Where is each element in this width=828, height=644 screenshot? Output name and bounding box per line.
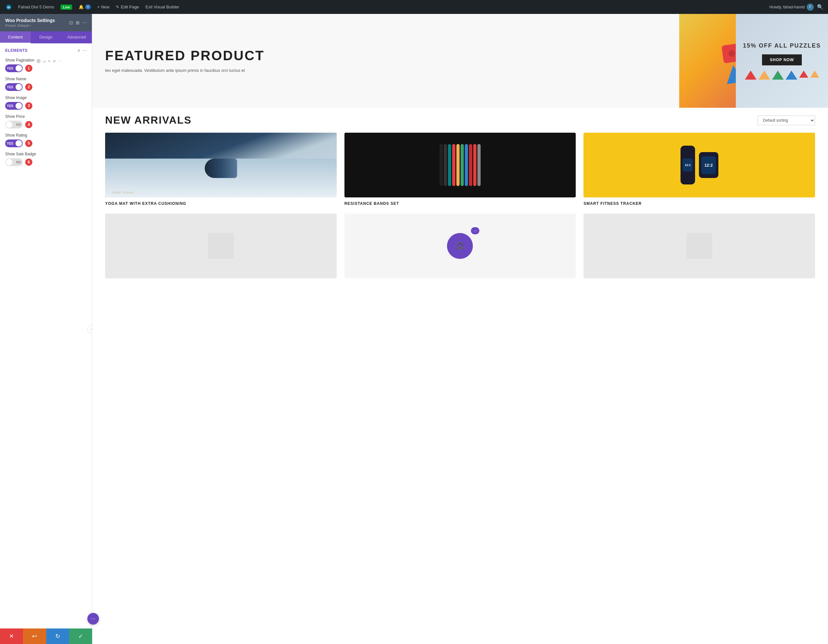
avatar[interactable]: F xyxy=(807,3,814,11)
plus-icon: + xyxy=(97,5,100,9)
field-label-name: Show Name xyxy=(5,77,26,81)
toggle-row-name: YES NO 2 xyxy=(5,83,87,91)
headphone-icon: 🎧 xyxy=(456,242,464,250)
toggle-row-rating: YES NO 5 xyxy=(5,140,87,147)
band-red-1 xyxy=(452,144,455,186)
toggle-row-image: YES NO 3 xyxy=(5,102,87,110)
toggle-thumb-name xyxy=(16,84,22,90)
field-label-row-price: Show Price xyxy=(5,114,87,121)
toggle-thumb-image xyxy=(16,102,22,109)
toggle-yes-label-image: YES xyxy=(7,104,13,108)
toggle-no-label-price: NO xyxy=(16,123,21,127)
exit-builder-label: Exit Visual Builder xyxy=(146,5,179,9)
sorting-select[interactable]: Default sorting Sort by popularity Sort … xyxy=(757,116,815,125)
panel-body: Elements ∧ ⋯ Show Pagination ? ▭ ↖ ↺ ⋯ xyxy=(0,43,92,644)
panel-header: Woo Products Settings Preset: Default • … xyxy=(0,14,92,31)
edit-page-label: Edit Page xyxy=(121,5,139,9)
new-arrivals-title: NEW ARRIVALS xyxy=(105,114,192,126)
howdy-label: Howdy, fahad-hamid xyxy=(770,5,805,9)
tracker-band-1: 12:2 xyxy=(681,146,695,184)
tab-advanced[interactable]: Advanced xyxy=(61,31,92,43)
product-card-bands[interactable]: RESISTANCE BANDS SET xyxy=(345,133,576,206)
toggle-thumb-rating xyxy=(16,140,22,147)
tracker-screen-1: 12:2 xyxy=(682,159,693,171)
more-options-icon[interactable]: ⋯ xyxy=(82,20,87,25)
toggle-pagination[interactable]: YES NO xyxy=(5,64,23,72)
panel-preset-label: Preset: Default • xyxy=(5,24,55,28)
product-card-headphone[interactable]: 🎧 ··· xyxy=(345,214,576,282)
cursor-icon-pagination[interactable]: ↖ xyxy=(48,59,51,63)
product-card-yoga[interactable]: JADE YOGA YOGA MAT WITH EXTRA CUSHIONING xyxy=(105,133,337,206)
toggle-name[interactable]: YES NO xyxy=(5,83,23,91)
product-name-yoga: YOGA MAT WITH EXTRA CUSHIONING xyxy=(105,201,337,206)
shop-banner: 15% OFF ALL PUZZLES SHOP NOW xyxy=(736,14,828,108)
site-name-item[interactable]: Fahad Divi 5 Demo xyxy=(16,3,56,11)
edit-page-item[interactable]: ✎ Edit Page xyxy=(113,3,141,11)
redo-button[interactable]: ↻ xyxy=(46,628,69,644)
notifications-item[interactable]: 🔔 0 xyxy=(76,3,94,11)
admin-bar-right: Howdy, fahad-hamid F 🔍 xyxy=(770,3,825,11)
field-show-pagination: Show Pagination ? ▭ ↖ ↺ ⋯ YES NO 1 xyxy=(5,58,87,72)
product-card-placeholder-2[interactable] xyxy=(583,214,815,282)
desktop-icon-pagination[interactable]: ▭ xyxy=(43,59,46,63)
search-icon[interactable]: 🔍 xyxy=(816,3,825,11)
product-image-headphone: 🎧 ··· xyxy=(345,214,576,278)
cancel-button[interactable]: ✕ xyxy=(0,628,23,644)
field-show-sale-badge: Show Sale Badge YES NO 6 xyxy=(5,152,87,166)
new-arrivals-header: NEW ARRIVALS Default sorting Sort by pop… xyxy=(92,108,828,129)
chat-bubble[interactable]: ··· xyxy=(87,613,99,625)
yoga-brand-text: JADE YOGA xyxy=(111,191,134,194)
expand-icon[interactable]: ⊞ xyxy=(76,20,80,25)
site-name-label: Fahad Divi 5 Demo xyxy=(18,5,54,9)
badge-5: 5 xyxy=(25,140,32,147)
toggle-no-label-sale-badge: NO xyxy=(16,160,21,164)
toggle-image[interactable]: YES NO xyxy=(5,102,23,110)
products-grid: JADE YOGA YOGA MAT WITH EXTRA CUSHIONING xyxy=(92,129,828,292)
tab-design[interactable]: Design xyxy=(31,31,61,43)
live-badge-item[interactable]: Live xyxy=(58,3,75,11)
help-icon-pagination[interactable]: ? xyxy=(36,59,41,63)
tracker-display: 12:2 xyxy=(701,156,716,174)
minimize-icon[interactable]: ⊡ xyxy=(69,20,73,25)
reset-icon-pagination[interactable]: ↺ xyxy=(53,59,56,63)
toggle-rating[interactable]: YES NO xyxy=(5,140,23,147)
section-more-icon[interactable]: ⋯ xyxy=(83,48,87,53)
band-blue xyxy=(465,144,468,186)
main-content: FEATURED PRODUCT leo eget malesuada. Ves… xyxy=(92,14,828,644)
triangle-blue xyxy=(786,71,797,80)
triangle-red-sm xyxy=(799,71,808,78)
bottom-action-bar: ✕ ↩ ↻ ✓ xyxy=(0,628,92,644)
product-card-placeholder-1[interactable] xyxy=(105,214,337,282)
headphone-circle: 🎧 xyxy=(447,233,473,259)
band-green xyxy=(461,144,464,186)
product-chat-indicator[interactable]: ··· xyxy=(471,227,479,234)
field-label-sale-badge: Show Sale Badge xyxy=(5,152,36,156)
product-name-bands: RESISTANCE BANDS SET xyxy=(345,201,576,206)
toggle-sale-badge[interactable]: YES NO xyxy=(5,158,23,166)
band-gray xyxy=(477,144,481,186)
save-button[interactable]: ✓ xyxy=(69,628,92,644)
band-orange xyxy=(456,144,459,186)
toggle-thumb-sale-badge xyxy=(6,159,12,165)
field-show-price: Show Price YES NO 4 xyxy=(5,114,87,129)
product-card-tracker[interactable]: 12:2 12:2 SMART FITNESS TRACKER xyxy=(583,133,815,206)
badge-3: 3 xyxy=(25,102,32,109)
band-red-2 xyxy=(473,144,477,186)
toggle-price[interactable]: YES NO xyxy=(5,121,23,129)
field-label-rating: Show Rating xyxy=(5,133,27,138)
bell-icon: 🔔 xyxy=(78,5,84,9)
new-post-item[interactable]: + New xyxy=(95,3,112,11)
collapse-icon[interactable]: ∧ xyxy=(77,48,80,53)
exit-builder-item[interactable]: Exit Visual Builder xyxy=(143,3,182,11)
band-dark-1 xyxy=(444,144,447,186)
undo-button[interactable]: ↩ xyxy=(23,628,46,644)
toggle-row-sale-badge: YES NO 6 xyxy=(5,158,87,166)
shop-now-button[interactable]: SHOP NOW xyxy=(762,54,801,65)
band-black-1 xyxy=(439,144,443,186)
more-icon-pagination[interactable]: ⋯ xyxy=(58,59,61,63)
svg-text:W: W xyxy=(7,5,10,9)
tab-content[interactable]: Content xyxy=(0,31,31,43)
wp-logo-item[interactable]: W xyxy=(3,3,14,11)
panel-header-icons: ⊡ ⊞ ⋯ xyxy=(69,20,87,25)
notifications-count: 0 xyxy=(85,5,91,9)
